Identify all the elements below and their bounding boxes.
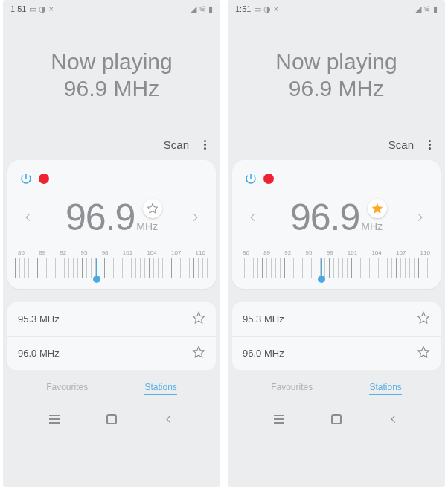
prev-station-button[interactable] — [19, 209, 37, 226]
svg-marker-0 — [147, 203, 157, 213]
phone-screen: 1:51 ▭ ◑ × ◢⚟▮ Now playing 96.9 MHz Scan — [3, 0, 220, 487]
dial-label: 86 — [18, 249, 25, 256]
dial-labels: 8689929598101104107110 — [240, 249, 433, 258]
dial-labels: 8689929598101104107110 — [15, 249, 208, 258]
phone-screen: 1:51 ▭ ◑ × ◢⚟▮ Now playing 96.9 MHz Scan — [228, 0, 445, 487]
scan-button[interactable]: Scan — [164, 139, 189, 151]
header-subtitle: 96.9 MHz — [228, 76, 445, 101]
bottom-tabs: Favourites Stations — [3, 370, 220, 401]
star-outline-icon[interactable] — [192, 311, 205, 327]
frequency-unit: MHz — [136, 220, 158, 232]
star-filled-icon[interactable] — [368, 199, 387, 218]
bottom-tabs: Favourites Stations — [228, 370, 445, 401]
nav-home-button[interactable] — [103, 410, 121, 428]
prev-station-button[interactable] — [244, 209, 262, 226]
tuner-card: 96.9 MHz 8689929598101104107110 — [232, 160, 441, 289]
dial-label: 101 — [123, 249, 132, 256]
stations-list: 95.3 MHz 96.0 MHz — [232, 302, 441, 370]
now-playing-header: Now playing 96.9 MHz — [3, 18, 220, 139]
status-right-icons: ◢⚟▮ — [191, 4, 213, 14]
station-row[interactable]: 96.0 MHz — [7, 336, 216, 370]
more-icon[interactable] — [424, 140, 435, 150]
frequency-dial[interactable]: 8689929598101104107110 — [240, 249, 433, 278]
header-subtitle: 96.9 MHz — [3, 76, 220, 101]
stations-list: 95.3 MHz 96.0 MHz — [7, 302, 216, 370]
status-bar: 1:51 ▭ ◑ × ◢⚟▮ — [228, 0, 445, 18]
dial-label: 92 — [60, 249, 66, 256]
scan-button[interactable]: Scan — [388, 139, 414, 151]
station-row[interactable]: 95.3 MHz — [232, 302, 441, 336]
dial-label: 89 — [263, 249, 270, 256]
svg-marker-4 — [418, 312, 429, 322]
tuner-card: 96.9 MHz 8689929598101104107110 — [7, 160, 216, 289]
nav-home-button[interactable] — [327, 410, 345, 428]
station-row[interactable]: 95.3 MHz — [7, 302, 216, 336]
dial-label: 110 — [420, 249, 430, 256]
frequency-value: 96.9 — [65, 199, 135, 236]
svg-marker-1 — [193, 312, 205, 322]
station-label: 96.0 MHz — [243, 348, 284, 359]
status-time: 1:51 — [10, 4, 26, 13]
star-outline-icon[interactable] — [192, 346, 205, 361]
android-nav-bar — [228, 401, 445, 437]
status-bar: 1:51 ▭ ◑ × ◢⚟▮ — [3, 0, 220, 18]
dial-pointer[interactable] — [321, 258, 322, 279]
station-label: 95.3 MHz — [18, 313, 60, 325]
star-outline-icon[interactable] — [417, 346, 430, 361]
dial-label: 95 — [305, 249, 312, 256]
header-title: Now playing — [3, 48, 220, 76]
dial-label: 86 — [243, 249, 249, 256]
nav-back-button[interactable] — [160, 410, 178, 428]
dial-label: 98 — [327, 249, 333, 256]
star-outline-icon[interactable] — [143, 199, 162, 218]
status-left-icons: ▭ ◑ × — [29, 4, 54, 14]
status-time: 1:51 — [235, 4, 251, 13]
power-icon[interactable] — [18, 171, 34, 187]
nav-recent-button[interactable] — [270, 410, 288, 428]
dial-scale[interactable] — [240, 258, 433, 278]
star-outline-icon[interactable] — [417, 311, 430, 327]
nav-recent-button[interactable] — [45, 410, 63, 428]
dial-label: 104 — [147, 249, 156, 256]
dial-scale[interactable] — [15, 258, 208, 278]
dial-label: 92 — [284, 249, 291, 256]
frequency-display: 96.9 MHz — [290, 199, 383, 236]
frequency-value: 96.9 — [290, 199, 359, 236]
now-playing-header: Now playing 96.9 MHz — [228, 18, 445, 139]
svg-marker-5 — [418, 346, 429, 357]
frequency-unit: MHz — [361, 220, 383, 232]
frequency-display: 96.9 MHz — [65, 199, 158, 236]
next-station-button[interactable] — [186, 209, 204, 226]
station-row[interactable]: 96.0 MHz — [232, 336, 441, 370]
dial-label: 101 — [348, 249, 357, 256]
status-right-icons: ◢⚟▮ — [415, 4, 438, 14]
station-label: 95.3 MHz — [243, 313, 284, 325]
next-station-button[interactable] — [411, 209, 429, 226]
dial-pointer[interactable] — [96, 258, 97, 279]
record-icon[interactable] — [39, 174, 49, 184]
record-icon[interactable] — [263, 174, 274, 184]
svg-marker-2 — [193, 346, 205, 357]
dial-label: 110 — [196, 249, 205, 256]
station-label: 96.0 MHz — [18, 348, 60, 359]
svg-marker-3 — [372, 203, 382, 213]
android-nav-bar — [3, 401, 220, 437]
nav-back-button[interactable] — [385, 410, 403, 428]
dial-label: 107 — [171, 249, 181, 256]
dial-label: 98 — [102, 249, 109, 256]
tab-favourites[interactable]: Favourites — [271, 382, 313, 395]
dial-label: 89 — [39, 249, 45, 256]
frequency-dial[interactable]: 8689929598101104107110 — [15, 249, 208, 278]
more-icon[interactable] — [199, 140, 210, 150]
tab-stations[interactable]: Stations — [369, 382, 401, 395]
dial-label: 107 — [396, 249, 406, 256]
dial-label: 104 — [371, 249, 381, 256]
tab-favourites[interactable]: Favourites — [46, 382, 88, 395]
header-title: Now playing — [228, 48, 445, 76]
tab-stations[interactable]: Stations — [144, 382, 176, 395]
status-left-icons: ▭ ◑ × — [254, 4, 278, 14]
dial-label: 95 — [80, 249, 87, 256]
power-icon[interactable] — [243, 171, 259, 187]
